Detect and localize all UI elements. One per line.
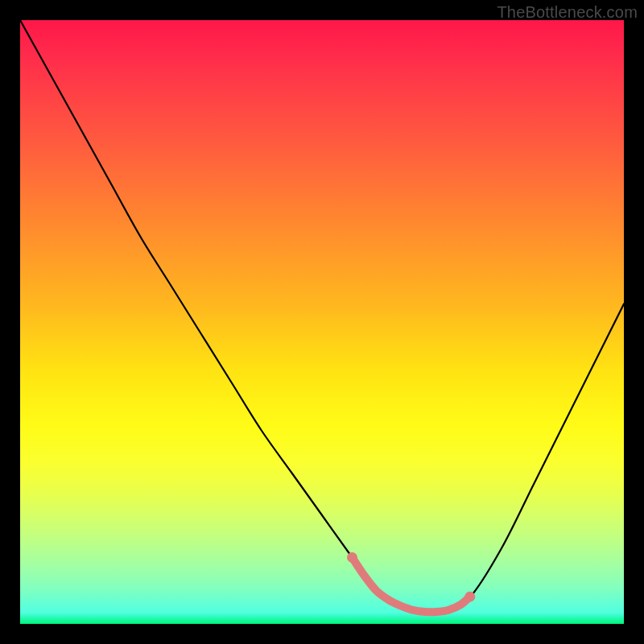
chart-frame: TheBottleneck.com	[0, 0, 644, 644]
trough-end-dot	[347, 552, 357, 563]
trough-end-dot	[464, 592, 475, 602]
bottleneck-curve	[20, 20, 624, 612]
trough-highlight	[353, 558, 470, 613]
plot-area	[20, 20, 624, 624]
chart-svg	[20, 20, 624, 624]
watermark-text: TheBottleneck.com	[497, 3, 638, 22]
